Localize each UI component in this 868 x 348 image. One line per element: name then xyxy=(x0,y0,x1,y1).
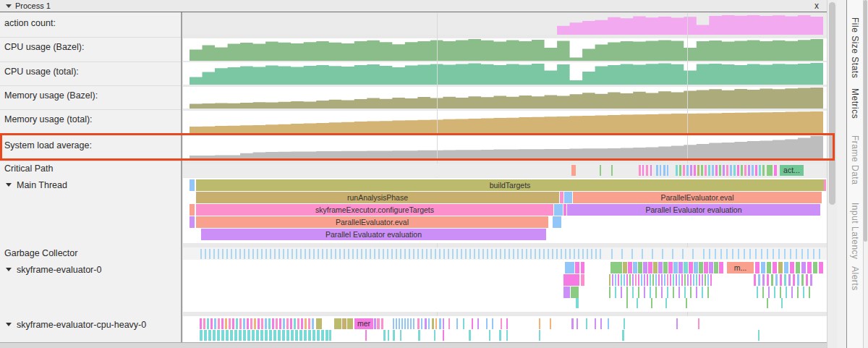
trace-slice[interactable] xyxy=(308,330,311,341)
trace-slice[interactable] xyxy=(755,262,760,273)
trace-slice[interactable] xyxy=(472,318,473,329)
trace-slice[interactable] xyxy=(758,330,760,341)
trace-slice[interactable] xyxy=(417,318,420,329)
trace-slice[interactable] xyxy=(214,318,216,329)
trace-slice[interactable] xyxy=(489,330,490,341)
trace-slice[interactable] xyxy=(803,287,804,298)
gc-tick[interactable] xyxy=(715,249,716,259)
trace-slice[interactable] xyxy=(678,262,683,273)
trace-slice[interactable] xyxy=(670,274,671,286)
trace-slice[interactable] xyxy=(234,330,237,341)
trace-slice[interactable] xyxy=(575,262,579,273)
gc-tick[interactable] xyxy=(391,249,393,259)
gc-tick[interactable] xyxy=(435,249,436,259)
trace-slice[interactable] xyxy=(767,298,768,308)
trace-slice[interactable] xyxy=(290,318,292,329)
trace-slice[interactable] xyxy=(564,192,572,203)
trace-slice[interactable] xyxy=(232,318,234,329)
trace-slice[interactable] xyxy=(286,330,289,341)
trace-slice[interactable] xyxy=(393,318,394,329)
trace-slice[interactable] xyxy=(719,262,723,273)
trace-slice[interactable] xyxy=(774,287,775,298)
trace-slice[interactable] xyxy=(762,165,765,176)
gc-tick[interactable] xyxy=(530,249,532,259)
trace-slice[interactable] xyxy=(696,287,697,298)
trace-slice[interactable] xyxy=(813,262,817,273)
gc-tick[interactable] xyxy=(218,249,219,259)
trace-slice[interactable] xyxy=(563,274,579,286)
gc-tick[interactable] xyxy=(383,249,384,259)
gc-tick[interactable] xyxy=(565,249,566,259)
trace-slice[interactable] xyxy=(714,262,718,273)
trace-slice[interactable] xyxy=(658,274,660,286)
trace-slice[interactable] xyxy=(708,165,710,176)
gc-tick[interactable] xyxy=(755,249,757,259)
gc-tick[interactable] xyxy=(309,249,310,259)
trace-slice[interactable] xyxy=(225,318,227,329)
trace-slice[interactable] xyxy=(316,318,322,329)
trace-slice[interactable] xyxy=(715,165,718,176)
trace-slice[interactable] xyxy=(282,330,285,341)
trace-slice[interactable] xyxy=(705,165,707,176)
trace-slice[interactable] xyxy=(781,298,783,308)
trace-slice[interactable] xyxy=(702,287,703,298)
tab-input-latency[interactable]: Input Latency xyxy=(850,203,860,260)
trace-slice[interactable] xyxy=(610,262,622,273)
gc-tick[interactable] xyxy=(495,249,497,259)
gc-tick[interactable] xyxy=(239,249,241,259)
trace-slice[interactable] xyxy=(665,298,667,308)
track-toggle[interactable]: skyframe-evaluator-cpu-heavy-0 xyxy=(6,320,146,330)
trace-slice[interactable] xyxy=(780,287,781,298)
trace-slice[interactable] xyxy=(501,318,502,329)
trace-slice[interactable] xyxy=(667,274,668,286)
tab-metrics[interactable]: Metrics xyxy=(850,88,860,119)
trace-slice[interactable] xyxy=(230,330,233,341)
trace-slice[interactable] xyxy=(709,262,713,273)
trace-slice[interactable] xyxy=(254,318,256,329)
gc-tick[interactable] xyxy=(621,249,623,259)
trace-slice[interactable] xyxy=(796,262,800,273)
trace-slice[interactable] xyxy=(435,318,437,329)
gc-tick[interactable] xyxy=(278,249,280,259)
gc-tick[interactable] xyxy=(465,249,467,259)
trace-slice[interactable] xyxy=(272,318,274,329)
track-toggle[interactable]: skyframe-evaluator-0 xyxy=(6,265,101,275)
trace-slice[interactable]: ParallelEvaluator.eval xyxy=(196,216,548,228)
gc-tick[interactable] xyxy=(452,249,454,259)
trace-slice[interactable] xyxy=(690,165,692,176)
gc-tick[interactable] xyxy=(801,249,803,259)
trace-slice[interactable] xyxy=(661,274,663,286)
trace-slice[interactable] xyxy=(650,165,652,176)
trace-slice[interactable]: buildTargets xyxy=(196,179,824,191)
gc-tick[interactable] xyxy=(738,249,739,259)
gc-tick[interactable] xyxy=(283,249,284,259)
trace-slice[interactable] xyxy=(586,318,587,329)
trace-slice[interactable] xyxy=(612,274,613,286)
metric-chart[interactable] xyxy=(183,14,827,35)
trace-slice[interactable] xyxy=(261,318,263,329)
tab-frame-data[interactable]: Frame Data xyxy=(850,135,860,184)
gc-tick[interactable] xyxy=(426,249,427,259)
trace-slice[interactable] xyxy=(790,262,794,273)
trace-slice[interactable] xyxy=(690,287,692,298)
gc-tick[interactable] xyxy=(578,249,579,259)
trace-slice[interactable] xyxy=(463,318,464,329)
trace-slice[interactable] xyxy=(297,318,299,329)
trace-slice[interactable] xyxy=(550,318,551,329)
horizontal-scrollbar[interactable] xyxy=(0,342,827,348)
gc-tick[interactable] xyxy=(569,249,571,259)
gc-tick[interactable] xyxy=(591,249,592,259)
trace-slice[interactable] xyxy=(793,274,795,286)
trace-slice[interactable] xyxy=(418,330,420,341)
trace-slice[interactable] xyxy=(801,274,804,286)
trace-slice[interactable] xyxy=(499,330,501,341)
gc-tick[interactable] xyxy=(504,249,506,259)
gc-tick[interactable] xyxy=(387,249,388,259)
trace-slice[interactable] xyxy=(786,287,787,298)
gc-tick[interactable] xyxy=(209,249,210,259)
trace-slice[interactable] xyxy=(247,330,250,341)
gc-tick[interactable] xyxy=(574,249,575,259)
trace-slice[interactable] xyxy=(553,216,561,228)
trace-slice[interactable] xyxy=(258,318,260,329)
trace-slice[interactable] xyxy=(396,318,397,329)
